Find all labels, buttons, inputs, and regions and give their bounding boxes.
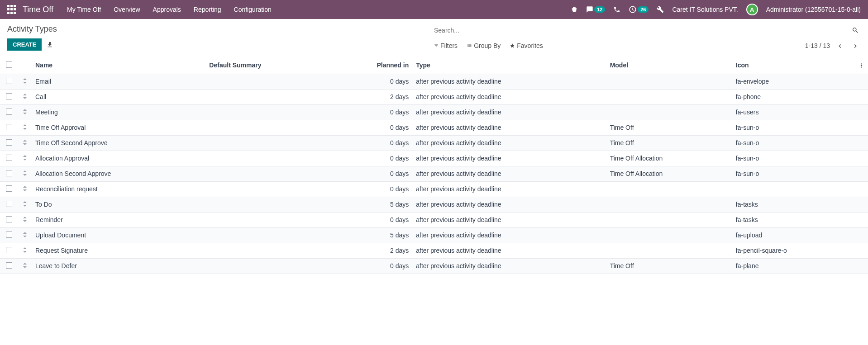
- apps-menu-icon[interactable]: [7, 5, 16, 14]
- row-checkbox[interactable]: [6, 124, 12, 130]
- table-row[interactable]: Reconciliation request0 daysafter previo…: [0, 181, 868, 197]
- col-header-default-summary[interactable]: Default Summary: [205, 57, 330, 74]
- table-row[interactable]: Time Off Approval0 daysafter previous ac…: [0, 120, 868, 135]
- cell-icon: fa-phone: [732, 89, 854, 104]
- col-header-name[interactable]: Name: [32, 57, 205, 74]
- debug-tools-icon[interactable]: [657, 6, 664, 13]
- table-row[interactable]: Request Signature2 daysafter previous ac…: [0, 243, 868, 258]
- drag-handle-icon[interactable]: [23, 140, 27, 145]
- cell-name: Reconciliation request: [32, 181, 205, 197]
- cell-default-summary: [205, 135, 330, 151]
- bug-icon[interactable]: [571, 6, 578, 13]
- cell-model: [606, 104, 732, 120]
- svg-marker-20: [23, 232, 27, 234]
- menu-approvals[interactable]: Approvals: [153, 6, 181, 13]
- row-checkbox[interactable]: [6, 109, 12, 115]
- cell-default-summary: [205, 181, 330, 197]
- row-checkbox[interactable]: [6, 201, 12, 207]
- row-checkbox[interactable]: [6, 93, 12, 99]
- menu-reporting[interactable]: Reporting: [194, 6, 221, 13]
- row-checkbox[interactable]: [6, 170, 12, 176]
- menu-my-time-off[interactable]: My Time Off: [67, 6, 101, 13]
- row-checkbox[interactable]: [6, 232, 12, 238]
- menu-configuration[interactable]: Configuration: [234, 6, 272, 13]
- svg-marker-6: [23, 124, 27, 126]
- cell-model: Time Off Allocation: [606, 151, 732, 166]
- cell-icon: fa-envelope: [732, 74, 854, 89]
- search-icon[interactable]: [850, 26, 861, 34]
- row-checkbox[interactable]: [6, 155, 12, 161]
- pager-next-button[interactable]: [850, 40, 861, 51]
- chevron-right-icon: [852, 43, 859, 50]
- cell-model: [606, 181, 732, 197]
- drag-handle-icon[interactable]: [23, 247, 27, 253]
- table-row[interactable]: Allocation Second Approve0 daysafter pre…: [0, 166, 868, 181]
- svg-marker-14: [23, 186, 27, 188]
- row-checkbox[interactable]: [6, 247, 12, 253]
- drag-handle-icon[interactable]: [23, 94, 27, 99]
- filters-button[interactable]: Filters: [434, 42, 458, 49]
- drag-handle-icon[interactable]: [23, 109, 27, 114]
- table-row[interactable]: Reminder0 daysafter previous activity de…: [0, 212, 868, 227]
- export-icon[interactable]: [46, 41, 53, 48]
- activities-icon[interactable]: 26: [629, 5, 649, 14]
- menu-overview[interactable]: Overview: [114, 6, 140, 13]
- cell-type: after previous activity deadline: [412, 227, 606, 243]
- cell-type: after previous activity deadline: [412, 74, 606, 89]
- drag-handle-icon[interactable]: [23, 186, 27, 191]
- cell-model: Time Off: [606, 258, 732, 274]
- table-row[interactable]: Leave to Defer0 daysafter previous activ…: [0, 258, 868, 274]
- discuss-icon[interactable]: 12: [586, 6, 605, 13]
- drag-handle-icon[interactable]: [23, 217, 27, 222]
- table-row[interactable]: To Do5 daysafter previous activity deadl…: [0, 197, 868, 212]
- create-button[interactable]: CREATE: [7, 38, 42, 51]
- svg-marker-16: [23, 201, 27, 203]
- drag-handle-icon[interactable]: [23, 263, 27, 268]
- row-checkbox[interactable]: [6, 78, 12, 84]
- svg-marker-10: [23, 155, 27, 157]
- drag-handle-icon[interactable]: [23, 124, 27, 130]
- col-header-type[interactable]: Type: [412, 57, 606, 74]
- row-checkbox[interactable]: [6, 262, 12, 269]
- table-row[interactable]: Email0 daysafter previous activity deadl…: [0, 74, 868, 89]
- svg-marker-2: [23, 94, 27, 95]
- company-name[interactable]: Caret IT Solutions PVT.: [672, 6, 738, 13]
- drag-handle-icon[interactable]: [23, 78, 27, 84]
- phone-icon[interactable]: [613, 6, 620, 13]
- favorites-button[interactable]: Favorites: [510, 42, 543, 49]
- col-header-icon[interactable]: Icon: [732, 57, 854, 74]
- drag-handle-icon[interactable]: [23, 201, 27, 207]
- row-checkbox[interactable]: [6, 139, 12, 146]
- table-row[interactable]: Time Off Second Approve0 daysafter previ…: [0, 135, 868, 151]
- cell-type: after previous activity deadline: [412, 197, 606, 212]
- pager-prev-button[interactable]: [835, 40, 845, 51]
- cell-planned-in: 0 days: [330, 135, 412, 151]
- pager-text[interactable]: 1-13 / 13: [805, 42, 830, 49]
- svg-marker-21: [23, 236, 27, 237]
- optional-columns-icon[interactable]: [858, 61, 864, 69]
- table-row[interactable]: Upload Document5 daysafter previous acti…: [0, 227, 868, 243]
- cell-model: [606, 89, 732, 104]
- table-row[interactable]: Call2 daysafter previous activity deadli…: [0, 89, 868, 104]
- drag-handle-icon[interactable]: [23, 155, 27, 161]
- cell-default-summary: [205, 120, 330, 135]
- row-checkbox[interactable]: [6, 216, 12, 222]
- row-checkbox[interactable]: [6, 185, 12, 192]
- cell-type: after previous activity deadline: [412, 181, 606, 197]
- table-row[interactable]: Meeting0 daysafter previous activity dea…: [0, 104, 868, 120]
- search-input[interactable]: [434, 27, 850, 34]
- cell-planned-in: 0 days: [330, 181, 412, 197]
- groupby-button[interactable]: Group By: [467, 42, 501, 49]
- select-all-checkbox[interactable]: [6, 61, 12, 68]
- drag-handle-icon[interactable]: [23, 170, 27, 176]
- avatar[interactable]: A: [746, 4, 758, 15]
- svg-marker-18: [23, 217, 27, 218]
- table-row[interactable]: Allocation Approval0 daysafter previous …: [0, 151, 868, 166]
- drag-handle-icon[interactable]: [23, 232, 27, 237]
- user-menu[interactable]: Administrator (12556701-15-0-all): [766, 6, 861, 13]
- col-header-planned-in[interactable]: Planned in: [330, 57, 412, 74]
- cell-icon: fa-sun-o: [732, 135, 854, 151]
- col-header-model[interactable]: Model: [606, 57, 732, 74]
- app-title[interactable]: Time Off: [23, 5, 53, 14]
- main-menu: My Time Off Overview Approvals Reporting…: [67, 6, 272, 13]
